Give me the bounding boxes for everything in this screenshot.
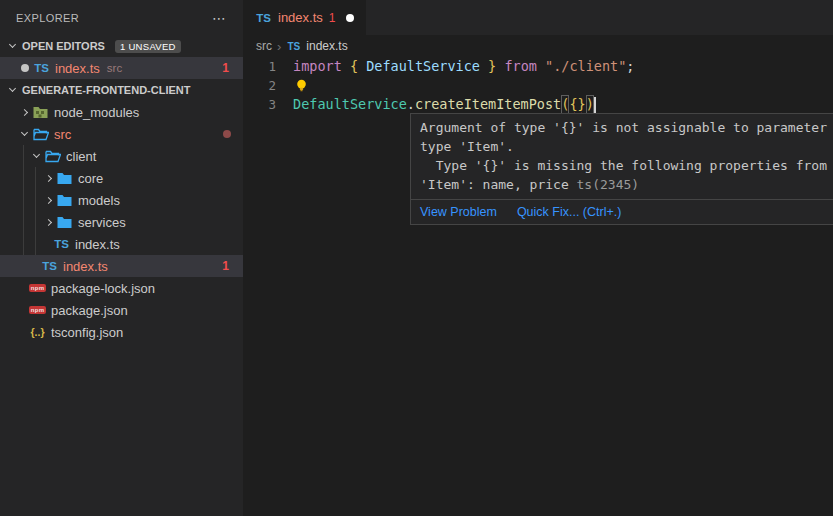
editor-tab-bar: TS index.ts 1 <box>243 0 833 35</box>
unsaved-badge: 1 UNSAVED <box>115 40 181 53</box>
npm-icon: npm <box>29 302 46 318</box>
code-token <box>537 57 545 76</box>
chevron-down-icon <box>16 133 32 135</box>
tree-item-label: node_modules <box>54 105 139 120</box>
code-token: DefaultService <box>293 95 407 114</box>
unsaved-dot-icon[interactable] <box>346 14 354 22</box>
typescript-icon: TS <box>33 60 50 76</box>
workspace-section-header[interactable]: GENERATE-FRONTEND-CLIENT <box>0 79 243 101</box>
folder-open-icon <box>32 126 49 142</box>
folder-icon <box>56 192 73 208</box>
tree-item-label: index.ts <box>75 237 120 252</box>
open-editors-section-header[interactable]: OPEN EDITORS 1 UNSAVED <box>0 35 243 57</box>
code-token: { <box>350 57 358 76</box>
view-problem-link[interactable]: View Problem <box>420 205 497 219</box>
code-token: createItemItemPost <box>415 95 561 114</box>
code-editor[interactable]: 1import { DefaultService } from "./clien… <box>243 57 833 114</box>
ts-icon: TS <box>41 258 58 274</box>
folder-icon <box>56 170 73 186</box>
open-editor-item-index-ts[interactable]: TS index.ts src 1 <box>0 57 243 79</box>
code-token: ( <box>561 95 569 114</box>
npm-icon: npm <box>29 280 46 296</box>
tree-item-label: tsconfig.json <box>51 325 123 340</box>
open-editor-file-label: index.ts <box>55 61 100 76</box>
error-hover-tooltip: Argument of type '{}' is not assignable … <box>410 113 833 225</box>
open-editors-label: OPEN EDITORS <box>22 40 105 52</box>
code-token: ) <box>586 95 594 114</box>
tree-item-label: src <box>54 127 71 142</box>
error-message-line: type 'Item'. <box>420 137 833 156</box>
chevron-down-icon <box>28 155 44 157</box>
error-message-line: Type '{}' is missing the following prope… <box>420 156 833 175</box>
tree-item-package-lock-json[interactable]: npmpackage-lock.json <box>0 277 243 299</box>
tree-item-tsconfig-json[interactable]: {..}tsconfig.json <box>0 321 243 343</box>
modified-dot-icon <box>21 64 29 72</box>
tab-index-ts[interactable]: TS index.ts 1 <box>243 0 366 35</box>
chevron-right-icon <box>40 198 56 203</box>
tree-item-index-ts[interactable]: TSindex.ts1 <box>0 255 243 277</box>
workspace-label: GENERATE-FRONTEND-CLIENT <box>22 84 190 96</box>
error-message-line: 'Item': name, price ts(2345) <box>420 175 833 194</box>
lightbulb-icon <box>293 78 310 94</box>
code-token: DefaultService <box>358 57 488 76</box>
code-token: "./client" <box>545 57 626 76</box>
chevron-down-icon <box>4 89 20 91</box>
tree-item-src[interactable]: src <box>0 123 243 145</box>
code-token: ; <box>626 57 634 76</box>
error-code-ref: ts(2345) <box>569 177 639 192</box>
error-token: {} <box>569 95 585 114</box>
breadcrumb-folder[interactable]: src <box>256 39 272 53</box>
error-count-badge: 1 <box>222 61 229 75</box>
code-token: . <box>407 95 415 114</box>
explorer-sidebar: EXPLORER ⋯ OPEN EDITORS 1 UNSAVED TS ind… <box>0 0 243 516</box>
open-editor-file-desc: src <box>107 62 122 74</box>
tree-item-label: package-lock.json <box>51 281 155 296</box>
chevron-right-icon <box>40 176 56 181</box>
tree-item-node-modules[interactable]: node_modules <box>0 101 243 123</box>
tree-item-label: services <box>78 215 126 230</box>
ellipsis-icon[interactable]: ⋯ <box>212 14 227 22</box>
tree-item-client[interactable]: client <box>0 145 243 167</box>
code-token <box>496 57 504 76</box>
folder-icon <box>56 214 73 230</box>
folder-node-icon <box>32 104 49 120</box>
error-message: Argument of type '{}' is not assignable … <box>411 114 833 199</box>
explorer-header: EXPLORER ⋯ <box>0 0 243 35</box>
tree-item-label: models <box>78 193 120 208</box>
folder-open-icon <box>44 148 61 164</box>
tree-item-package-json[interactable]: npmpackage.json <box>0 299 243 321</box>
breadcrumb: src › TS index.ts <box>243 35 348 57</box>
line-number: 2 <box>243 76 293 95</box>
error-count-badge: 1 <box>222 259 229 273</box>
tree-item-services[interactable]: services <box>0 211 243 233</box>
tree-item-label: core <box>78 171 103 186</box>
code-token: } <box>488 57 496 76</box>
tree-item-index-ts[interactable]: TSindex.ts <box>0 233 243 255</box>
tree-item-core[interactable]: core <box>0 167 243 189</box>
breadcrumb-separator-icon: › <box>277 39 281 54</box>
code-line-3[interactable]: 3DefaultService.createItemItemPost({}) <box>243 95 833 114</box>
modified-indicator-dot-icon <box>223 130 231 138</box>
chevron-down-icon <box>4 45 20 47</box>
error-message-line: Argument of type '{}' is not assignable … <box>420 118 833 137</box>
tree-item-label: client <box>66 149 96 164</box>
tree-item-models[interactable]: models <box>0 189 243 211</box>
text-cursor <box>594 97 596 113</box>
tree-item-label: index.ts <box>63 259 108 274</box>
code-line-1[interactable]: 1import { DefaultService } from "./clien… <box>243 57 833 76</box>
file-tree: node_modulessrcclientcoremodelsservicesT… <box>0 101 243 343</box>
quick-fix-link[interactable]: Quick Fix... (Ctrl+.) <box>517 205 622 219</box>
json-icon: {..} <box>29 324 46 340</box>
code-token: from <box>504 57 537 76</box>
hover-actions: View Problem Quick Fix... (Ctrl+.) <box>411 199 833 224</box>
typescript-icon: TS <box>255 10 272 26</box>
line-number: 1 <box>243 57 293 76</box>
typescript-icon: TS <box>286 38 301 54</box>
chevron-right-icon <box>16 110 32 115</box>
code-token: import <box>293 57 342 76</box>
tree-item-label: package.json <box>51 303 128 318</box>
line-number: 3 <box>243 95 293 114</box>
explorer-title: EXPLORER <box>16 12 79 24</box>
code-line-2[interactable]: 2 <box>243 76 833 95</box>
breadcrumb-file[interactable]: index.ts <box>306 39 347 53</box>
